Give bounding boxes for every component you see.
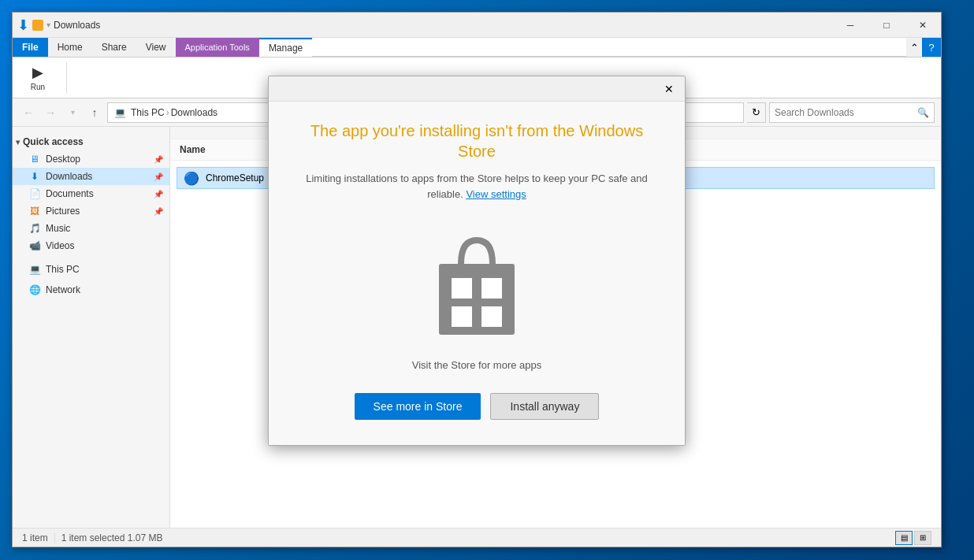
modal-subtitle: Limiting installations to apps from the … — [300, 171, 653, 202]
modal-body: The app you're installing isn't from the… — [269, 102, 685, 445]
svg-rect-1 — [452, 278, 472, 299]
store-bag-icon — [422, 224, 532, 343]
modal-overlay: ✕ The app you're installing isn't from t… — [13, 13, 941, 547]
store-icon-container — [414, 221, 540, 347]
explorer-window: ⬇ ▾ Downloads ─ □ ✕ File Home Share View… — [12, 12, 942, 547]
modal-title-bar: ✕ — [269, 76, 685, 102]
svg-rect-3 — [452, 306, 472, 327]
install-anyway-button[interactable]: Install anyway — [490, 393, 599, 420]
view-settings-link[interactable]: View settings — [466, 188, 526, 200]
modal-caption: Visit the Store for more apps — [300, 359, 653, 371]
see-more-store-button[interactable]: See more in Store — [355, 393, 481, 420]
modal-buttons: See more in Store Install anyway — [300, 393, 653, 420]
security-modal: ✕ The app you're installing isn't from t… — [268, 76, 686, 446]
modal-title: The app you're installing isn't from the… — [300, 121, 653, 161]
modal-close-button[interactable]: ✕ — [660, 80, 678, 98]
svg-rect-0 — [439, 264, 515, 335]
svg-rect-2 — [481, 278, 502, 299]
svg-rect-4 — [481, 306, 502, 327]
